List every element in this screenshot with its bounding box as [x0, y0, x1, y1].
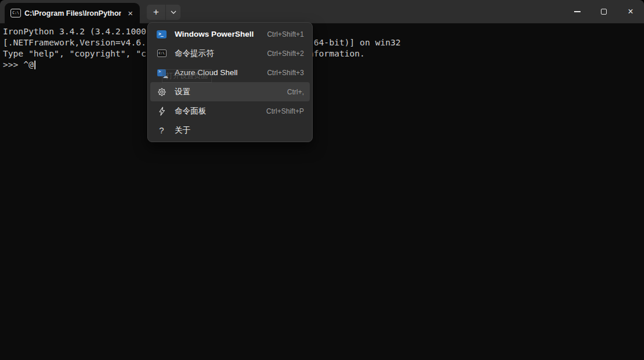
- close-icon: ×: [628, 7, 633, 16]
- menu-item-shortcut: Ctrl+,: [287, 88, 304, 96]
- menu-item-label: 命令提示符: [175, 48, 267, 59]
- open-dropdown-button[interactable]: [165, 5, 181, 20]
- maximize-button[interactable]: [590, 0, 617, 23]
- prompt-text: >>> ^@: [3, 59, 34, 69]
- menu-item-label: 关于: [175, 125, 304, 136]
- minimize-button[interactable]: [564, 0, 590, 23]
- terminal-line: [.NETFramework,Version=v4.6. (64-bit)] o…: [0, 37, 31, 48]
- minimize-icon: [574, 11, 581, 12]
- terminal-text: Type "help", "copyright", "c: [3, 48, 146, 58]
- menu-item-command-palette[interactable]: 命令面板 Ctrl+Shift+P: [150, 101, 310, 121]
- terminal-text: (64-bit)] on win32: [309, 37, 401, 47]
- terminal-tab[interactable]: C:\ C:\Program Files\IronPython : ×: [5, 3, 140, 23]
- terminal-line: Type "help", "copyright", "c nformation.: [0, 48, 31, 59]
- question-icon: ?: [156, 125, 167, 135]
- new-tab-split-button: +: [147, 5, 181, 20]
- cmd-icon: C:\: [156, 50, 167, 57]
- terminal-text: nformation.: [309, 48, 365, 58]
- terminal-text: IronPython 3.4.2 (3.4.2.1000: [3, 26, 146, 36]
- menu-item-settings[interactable]: 设置 Ctrl+,: [150, 82, 310, 101]
- maximize-icon: [601, 9, 607, 15]
- menu-item-label: 命令面板: [175, 106, 266, 117]
- new-tab-dropdown-menu: >_ Windows PowerShell Ctrl+Shift+1 C:\ 命…: [147, 22, 313, 142]
- menu-item-shortcut: Ctrl+Shift+P: [266, 107, 304, 115]
- title-bar[interactable]: C:\ C:\Program Files\IronPython : × + ×: [0, 0, 644, 23]
- menu-item-label: 设置: [175, 87, 287, 97]
- gear-icon: [156, 87, 167, 97]
- tab-title: C:\Program Files\IronPython :: [24, 9, 121, 17]
- cloud-icon: ☁: [162, 73, 168, 79]
- terminal-output[interactable]: IronPython 3.4.2 (3.4.2.1000 [.NETFramew…: [0, 23, 644, 360]
- menu-item-label: Windows PowerShell: [175, 30, 267, 38]
- terminal-window: C:\ C:\Program Files\IronPython : × + × …: [0, 0, 644, 360]
- azure-cloud-shell-icon: >☁: [156, 69, 167, 76]
- window-controls: ×: [564, 0, 644, 23]
- text-cursor: [34, 61, 36, 69]
- menu-item-shortcut: Ctrl+Shift+1: [267, 30, 304, 38]
- menu-item-shortcut: Ctrl+Shift+3: [267, 69, 304, 77]
- powershell-icon: >_: [156, 30, 167, 38]
- close-button[interactable]: ×: [617, 0, 644, 23]
- menu-item-windows-powershell[interactable]: >_ Windows PowerShell Ctrl+Shift+1: [150, 24, 310, 44]
- menu-item-label: Azure Cloud Shell: [175, 68, 267, 77]
- cmd-icon: C:\: [10, 9, 21, 17]
- menu-item-command-prompt[interactable]: C:\ 命令提示符 Ctrl+Shift+2: [150, 44, 310, 63]
- lightning-icon: [156, 107, 167, 116]
- terminal-text: [.NETFramework,Version=v4.6.: [3, 37, 146, 47]
- terminal-line: IronPython 3.4.2 (3.4.2.1000: [0, 26, 31, 37]
- tab-close-icon[interactable]: ×: [125, 8, 136, 19]
- new-tab-button[interactable]: +: [147, 5, 165, 20]
- menu-item-shortcut: Ctrl+Shift+2: [267, 50, 304, 58]
- menu-item-azure-cloud-shell[interactable]: >☁ Azure Cloud Shell Ctrl+Shift+3: [150, 63, 310, 82]
- chevron-down-icon: [171, 10, 176, 14]
- terminal-prompt: >>> ^@: [3, 59, 36, 70]
- menu-item-about[interactable]: ? 关于: [150, 121, 310, 140]
- terminal-prompt-line: >>> ^@: [0, 59, 31, 70]
